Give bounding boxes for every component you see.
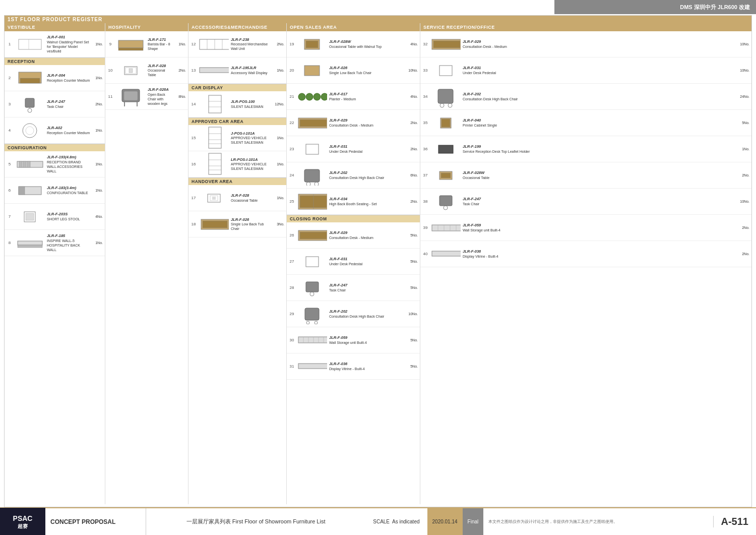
item-info: JLR-F-029 Consultation Desk - Medium [327, 229, 407, 241]
item-img [15, 179, 45, 202]
item-num: 15 [188, 136, 199, 140]
svg-rect-46 [212, 197, 216, 200]
item-row: 32 JLR-F-029 Consultation Desk - Medium … [420, 31, 751, 57]
furniture-svg [117, 85, 145, 108]
item-row: 22 JLR-F-029 Consultation Desk - Medium … [287, 110, 420, 136]
furniture-svg [297, 330, 327, 350]
item-qty: 5No. [407, 338, 420, 342]
item-info: JLR-F-247 Task Chair [45, 98, 92, 110]
item-row: 7 JLR-F-203S SHORT LEG STOOL 4No. [5, 204, 105, 230]
svg-rect-67 [306, 257, 319, 267]
item-qty: 5No. [407, 365, 420, 368]
svg-point-52 [298, 93, 305, 100]
item-num: 11 [105, 94, 115, 99]
item-row: 5 JLR-F-193(4.8m) RECEPTION BRAND WALL A… [5, 151, 105, 177]
concept-label: CONCEPT PROPOSAL [50, 518, 115, 525]
item-img [297, 355, 327, 378]
svg-rect-90 [441, 173, 451, 178]
svg-rect-79 [298, 364, 327, 369]
item-img [297, 250, 327, 273]
item-info: JLR-F-036 Display Vitrine - Built-4 [327, 361, 407, 372]
svg-rect-4 [25, 98, 34, 107]
item-qty: 10No. [739, 42, 751, 46]
item-img [430, 59, 461, 82]
item-row: 17 JLR-F-028 Occasional Table 1No. [188, 185, 286, 211]
item-num: 33 [420, 68, 430, 73]
col-service: SERVICE RECEPTION/OFFICE 32 JLR-F-029 Co… [420, 23, 751, 504]
item-img [297, 164, 327, 187]
svg-rect-10 [19, 161, 22, 167]
item-row: 13 JLR-F-195JLR Accessory Wall Display 1… [188, 57, 286, 84]
item-num: 22 [287, 121, 297, 125]
item-row: 4 JLR-A02 Reception Counter Medium 1No. [5, 117, 105, 144]
footer-logo: PSAC 超赛 [0, 508, 45, 535]
item-img [15, 119, 45, 142]
furniture-svg [199, 62, 229, 79]
item-num: 13 [188, 68, 199, 73]
item-img [430, 243, 461, 265]
item-img [430, 164, 461, 187]
svg-rect-25 [124, 91, 138, 100]
item-qty: 3No. [274, 222, 286, 226]
approved-car-header: APPROVED CAR AREA [188, 117, 286, 125]
item-num: 10 [105, 68, 115, 73]
header: DMS 深圳中升 JLR600 改建 [554, 0, 756, 14]
furniture-svg [297, 190, 327, 213]
item-num: 19 [287, 42, 297, 46]
furniture-svg [430, 245, 461, 263]
item-qty: 1No. [739, 147, 751, 151]
item-num: 28 [287, 285, 297, 290]
item-num: 12 [188, 42, 199, 46]
svg-rect-36 [209, 127, 221, 148]
svg-point-71 [306, 321, 309, 324]
item-info: J-POS-I-101A APPROVED VEHICLE SILENT SAL… [229, 130, 274, 146]
footer-concept: CONCEPT PROPOSAL [45, 508, 146, 535]
item-qty: 2No. [407, 147, 420, 151]
hospitality-header: HOSPITALITY [105, 23, 188, 31]
furniture-svg [297, 87, 327, 107]
scale-label: SCALE [373, 519, 390, 524]
item-img [297, 329, 327, 351]
svg-rect-14 [19, 187, 25, 195]
furniture-svg [297, 225, 327, 246]
item-img [297, 59, 327, 82]
svg-rect-16 [26, 213, 34, 220]
item-info: JLR-F-238 Recessed Merchandise Wall Unit [229, 36, 274, 52]
item-num: 30 [287, 338, 297, 342]
item-info: JLR-F-247 Task Chair [327, 282, 407, 293]
item-row: 6 JLR-F-183(3.4m) CONFIGURATION TABLE 1N… [5, 177, 105, 204]
item-info: JLR-F-026A Open Back Chair with wooden l… [146, 86, 175, 107]
item-img [430, 138, 461, 160]
item-info: JLR-F-001 Walnut Cladding Panel Set for … [45, 34, 92, 54]
item-num: 34 [420, 94, 430, 99]
top-label: 1ST FLOOR PRODUCT REGISTER [5, 16, 751, 23]
furniture-svg [117, 61, 145, 81]
svg-point-7 [23, 124, 37, 138]
footer-code: A-511 [713, 516, 756, 527]
svg-point-61 [314, 182, 319, 186]
item-img [297, 85, 327, 108]
svg-rect-48 [203, 221, 227, 228]
item-info: JLR-F-026 Single Low Back Tub Chair [327, 65, 407, 76]
item-num: 8 [5, 241, 15, 245]
item-num: 18 [188, 222, 199, 226]
svg-rect-11 [23, 161, 26, 167]
handover-header: HANDOVER AREA [188, 177, 286, 185]
item-row: 38 JLR-F-247 Task Chair 10No. [420, 189, 751, 215]
item-qty: 2No. [407, 200, 420, 203]
item-info: JLR-F-202 Consultation Desk High Back Ch… [327, 169, 407, 181]
item-info: JLR-F-017 Planter - Medium [327, 91, 407, 102]
item-img [297, 138, 327, 160]
svg-rect-57 [300, 120, 327, 127]
svg-rect-88 [438, 145, 453, 153]
svg-rect-63 [300, 196, 327, 208]
item-row: 39 JLR-F-059 Wall Storage unit Built-4 [420, 215, 751, 241]
item-img [15, 33, 45, 55]
svg-point-54 [313, 93, 321, 100]
item-info: JLR-F-185 INSPIRE WALL-5 HOSPITALITY BAC… [45, 232, 92, 253]
item-info: JLR-F-031 Under Desk Pedestal [327, 256, 407, 267]
item-img [199, 33, 229, 55]
page: DMS 深圳中升 JLR600 改建 1ST FLOOR PRODUCT REG… [0, 0, 756, 535]
item-row: 2 JLR-F-004 Reception Counter Medium 1No… [5, 65, 105, 91]
item-row: 25 JLR-F-034 High Back Booth Seating - S… [287, 189, 420, 215]
